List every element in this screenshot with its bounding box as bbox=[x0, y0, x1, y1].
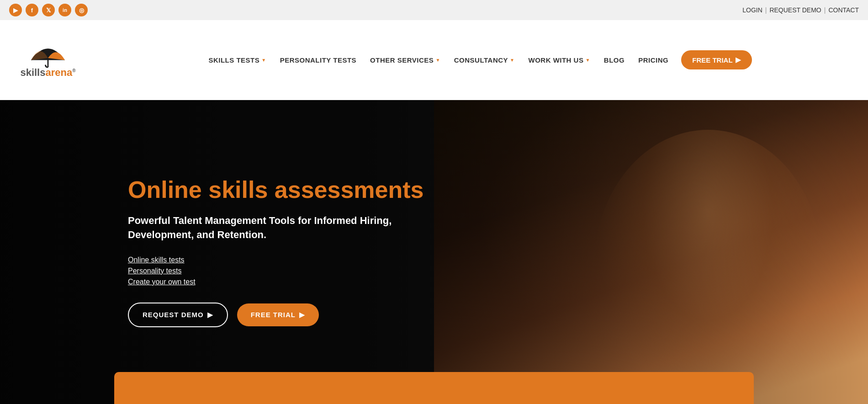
hero-title: Online skills assessments bbox=[128, 177, 868, 203]
free-trial-hero-arrow-icon: ▶ bbox=[299, 311, 305, 319]
twitter-icon[interactable]: 𝕏 bbox=[42, 4, 55, 16]
top-bar: ▶ f 𝕏 in ◎ LOGIN | REQUEST DEMO | CONTAC… bbox=[0, 0, 868, 20]
top-right-links: LOGIN | REQUEST DEMO | CONTACT bbox=[742, 6, 859, 14]
create-your-own-test-link[interactable]: Create your own test bbox=[128, 278, 196, 286]
skills-tests-nav[interactable]: SKILLS TESTS ▼ bbox=[203, 53, 271, 68]
contact-link[interactable]: CONTACT bbox=[828, 6, 859, 14]
consultancy-nav[interactable]: CONSULTANCY ▼ bbox=[449, 53, 520, 68]
skills-tests-arrow: ▼ bbox=[261, 58, 266, 63]
sep-1: | bbox=[765, 6, 767, 14]
work-with-us-nav[interactable]: WORK WITH US ▼ bbox=[523, 53, 595, 68]
instagram-icon[interactable]: ◎ bbox=[75, 4, 88, 16]
youtube-icon[interactable]: ▶ bbox=[9, 4, 22, 16]
hero-subtitle: Powerful Talent Management Tools for Inf… bbox=[128, 214, 411, 242]
logo-area[interactable]: skillsarena® bbox=[18, 41, 78, 79]
consultancy-arrow: ▼ bbox=[510, 58, 514, 63]
online-skills-tests-link[interactable]: Online skills tests bbox=[128, 256, 185, 264]
header: skillsarena® SKILLS TESTS ▼ PERSONALITY … bbox=[0, 20, 868, 100]
personality-tests-link[interactable]: Personality tests bbox=[128, 267, 181, 275]
pricing-nav[interactable]: PRICING bbox=[633, 53, 674, 68]
free-trial-hero-button[interactable]: FREE TRIAL ▶ bbox=[237, 303, 319, 326]
blog-nav[interactable]: BLOG bbox=[598, 53, 630, 68]
hero-content: Online skills assessments Powerful Talen… bbox=[0, 100, 868, 404]
logo-text: skillsarena® bbox=[20, 67, 75, 79]
hero-links: Online skills tests Personality tests Cr… bbox=[128, 256, 868, 286]
login-link[interactable]: LOGIN bbox=[742, 6, 762, 14]
facebook-icon[interactable]: f bbox=[26, 4, 38, 16]
other-services-nav[interactable]: OTHER SERVICES ▼ bbox=[365, 53, 446, 68]
hero-section: Online skills assessments Powerful Talen… bbox=[0, 100, 868, 404]
free-trial-nav-button[interactable]: FREE TRIAL ▶ bbox=[681, 50, 752, 69]
logo-trademark: ® bbox=[72, 68, 75, 73]
personality-tests-nav[interactable]: PERSONALITY TESTS bbox=[275, 53, 362, 68]
request-demo-link[interactable]: REQUEST DEMO bbox=[769, 6, 821, 14]
hero-buttons: REQUEST DEMO ▶ FREE TRIAL ▶ bbox=[128, 303, 868, 327]
other-services-arrow: ▼ bbox=[435, 58, 440, 63]
logo-skills: skills bbox=[20, 67, 45, 78]
logo-arena: arena bbox=[45, 67, 72, 78]
sep-2: | bbox=[824, 6, 826, 14]
free-trial-arrow-icon: ▶ bbox=[736, 56, 741, 64]
work-with-us-arrow: ▼ bbox=[585, 58, 590, 63]
linkedin-icon[interactable]: in bbox=[58, 4, 71, 16]
orange-bottom-bar bbox=[114, 372, 754, 404]
main-nav: SKILLS TESTS ▼ PERSONALITY TESTS OTHER S… bbox=[105, 50, 850, 69]
request-demo-button[interactable]: REQUEST DEMO ▶ bbox=[128, 303, 228, 327]
social-icons: ▶ f 𝕏 in ◎ bbox=[9, 4, 88, 16]
logo-umbrella-icon bbox=[25, 41, 71, 69]
request-demo-arrow-icon: ▶ bbox=[207, 311, 213, 319]
